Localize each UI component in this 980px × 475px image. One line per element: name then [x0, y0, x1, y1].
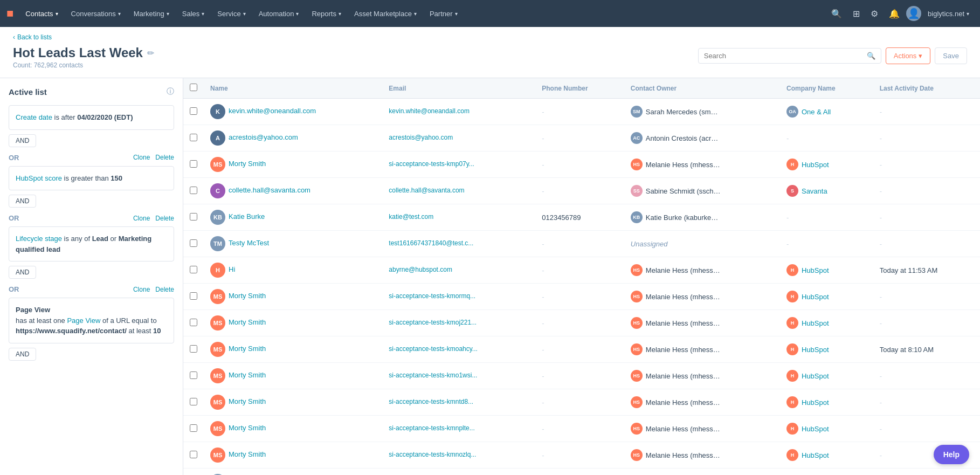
company-link[interactable]: HubSpot — [802, 161, 829, 169]
edit-icon[interactable]: ✏ — [147, 48, 154, 58]
actions-button[interactable]: Actions ▾ — [886, 47, 931, 64]
delete-link-3[interactable]: Delete — [155, 286, 174, 293]
row-checkbox[interactable] — [190, 345, 197, 353]
contact-name-link[interactable]: Morty Smith — [229, 318, 266, 326]
contact-name-link[interactable]: Morty Smith — [229, 160, 266, 168]
contact-name-link[interactable]: Hi — [229, 265, 235, 273]
contact-name-link[interactable]: Morty Smith — [229, 424, 266, 432]
company-link[interactable]: Savanta — [802, 187, 827, 195]
row-checkbox-cell[interactable] — [183, 469, 204, 476]
row-checkbox-cell[interactable] — [183, 204, 204, 231]
settings-icon[interactable]: ⚙ — [866, 9, 882, 19]
company-link[interactable]: HubSpot — [802, 346, 829, 354]
contact-email-link[interactable]: abyrne@hubspot.com — [389, 266, 452, 273]
row-checkbox-cell[interactable] — [183, 336, 204, 363]
contact-name-link[interactable]: collette.hall@savanta.com — [229, 186, 310, 194]
nav-item-sales[interactable]: Sales ▾ — [177, 0, 210, 27]
nav-item-marketplace[interactable]: Asset Marketplace ▾ — [349, 0, 422, 27]
contact-name-link[interactable]: Morty Smith — [229, 345, 266, 353]
delete-link-1[interactable]: Delete — [155, 154, 174, 161]
contact-email-link[interactable]: si-acceptance-tests-kmormq... — [389, 292, 475, 300]
row-checkbox-cell[interactable] — [183, 152, 204, 178]
select-all-header[interactable] — [183, 78, 204, 99]
select-all-checkbox[interactable] — [190, 84, 197, 91]
avatar[interactable]: 👤 — [906, 6, 921, 21]
row-checkbox[interactable] — [190, 398, 197, 405]
contact-email-link[interactable]: test1616674371840@test.c... — [389, 239, 473, 247]
row-checkbox-cell[interactable] — [183, 416, 204, 442]
company-link[interactable]: HubSpot — [802, 372, 829, 380]
row-checkbox[interactable] — [190, 292, 197, 300]
nav-item-automation[interactable]: Automation ▾ — [253, 0, 305, 27]
nav-item-conversations[interactable]: Conversations ▾ — [66, 0, 126, 27]
company-link[interactable]: HubSpot — [802, 425, 829, 433]
nav-item-service[interactable]: Service ▾ — [212, 0, 251, 27]
row-checkbox-cell[interactable] — [183, 363, 204, 389]
help-button[interactable]: Help — [934, 445, 969, 464]
save-button[interactable]: Save — [935, 47, 967, 64]
row-checkbox-cell[interactable] — [183, 389, 204, 416]
company-link[interactable]: HubSpot — [802, 266, 829, 274]
contact-email-link[interactable]: si-acceptance-tests-kmoj221... — [389, 319, 477, 326]
row-checkbox[interactable] — [190, 160, 197, 168]
bell-icon[interactable]: 🔔 — [885, 9, 904, 19]
nav-item-marketing[interactable]: Marketing ▾ — [128, 0, 175, 27]
info-icon[interactable]: ⓘ — [167, 87, 174, 97]
contact-name-link[interactable]: Katie Burke — [229, 212, 265, 221]
row-checkbox[interactable] — [190, 107, 197, 115]
row-checkbox-cell[interactable] — [183, 257, 204, 284]
row-checkbox[interactable] — [190, 213, 197, 221]
back-to-lists-link[interactable]: ‹ Back to lists — [13, 33, 967, 41]
clone-link-3[interactable]: Clone — [133, 286, 150, 293]
account-name[interactable]: biglytics.net ▾ — [923, 10, 974, 18]
and-button-4[interactable]: AND — [9, 348, 36, 361]
nav-item-reports[interactable]: Reports ▾ — [306, 0, 347, 27]
row-checkbox-cell[interactable] — [183, 442, 204, 469]
and-button-2[interactable]: AND — [9, 195, 36, 208]
and-button-1[interactable]: AND — [9, 134, 36, 147]
company-link[interactable]: HubSpot — [802, 293, 829, 301]
row-checkbox[interactable] — [190, 134, 197, 141]
contact-name-link[interactable]: Morty Smith — [229, 292, 266, 300]
row-checkbox-cell[interactable] — [183, 231, 204, 257]
row-checkbox-cell[interactable] — [183, 310, 204, 336]
contact-name-link[interactable]: acrestois@yahoo.com — [229, 133, 298, 141]
row-checkbox-cell[interactable] — [183, 125, 204, 152]
row-checkbox-cell[interactable] — [183, 99, 204, 125]
company-link[interactable]: One & All — [802, 108, 831, 116]
contact-name-link[interactable]: Testy McTest — [229, 239, 269, 247]
contact-email-link[interactable]: si-acceptance-tests-kmp07y... — [389, 160, 474, 168]
search-input[interactable] — [704, 52, 862, 60]
row-checkbox[interactable] — [190, 451, 197, 458]
and-button-3[interactable]: AND — [9, 266, 36, 279]
contact-name-link[interactable]: Morty Smith — [229, 450, 266, 458]
contact-email-link[interactable]: kevin.white@oneandall.com — [389, 107, 470, 115]
grid-icon[interactable]: ⊞ — [848, 9, 864, 19]
search-box[interactable]: 🔍 — [698, 48, 881, 64]
hubspot-logo[interactable]: ■ — [6, 6, 13, 20]
contact-email-link[interactable]: acrestois@yahoo.com — [389, 134, 453, 141]
contact-name-link[interactable]: Morty Smith — [229, 397, 266, 405]
contact-name-link[interactable]: Morty Smith — [229, 371, 266, 379]
contact-name-link[interactable]: kevin.white@oneandall.com — [229, 107, 316, 115]
contact-email-link[interactable]: si-acceptance-tests-kmntd8... — [389, 398, 473, 405]
company-link[interactable]: HubSpot — [802, 398, 829, 407]
row-checkbox[interactable] — [190, 371, 197, 379]
row-checkbox-cell[interactable] — [183, 178, 204, 204]
row-checkbox[interactable] — [190, 266, 197, 273]
contact-email-link[interactable]: si-acceptance-tests-kmnozlq... — [389, 451, 476, 458]
company-link[interactable]: HubSpot — [802, 451, 829, 459]
delete-link-2[interactable]: Delete — [155, 215, 174, 222]
contact-email-link[interactable]: collette.hall@savanta.com — [389, 187, 464, 194]
row-checkbox[interactable] — [190, 239, 197, 247]
nav-item-partner[interactable]: Partner ▾ — [424, 0, 463, 27]
contact-email-link[interactable]: si-acceptance-tests-kmo1wsi... — [389, 371, 477, 379]
clone-link-1[interactable]: Clone — [133, 154, 150, 161]
row-checkbox[interactable] — [190, 187, 197, 194]
row-checkbox-cell[interactable] — [183, 284, 204, 310]
row-checkbox[interactable] — [190, 319, 197, 326]
row-checkbox[interactable] — [190, 424, 197, 432]
nav-item-contacts[interactable]: Contacts ▾ — [20, 0, 63, 27]
contact-email-link[interactable]: si-acceptance-tests-kmnplte... — [389, 424, 474, 432]
contact-email-link[interactable]: si-acceptance-tests-kmoahcy... — [389, 345, 478, 353]
